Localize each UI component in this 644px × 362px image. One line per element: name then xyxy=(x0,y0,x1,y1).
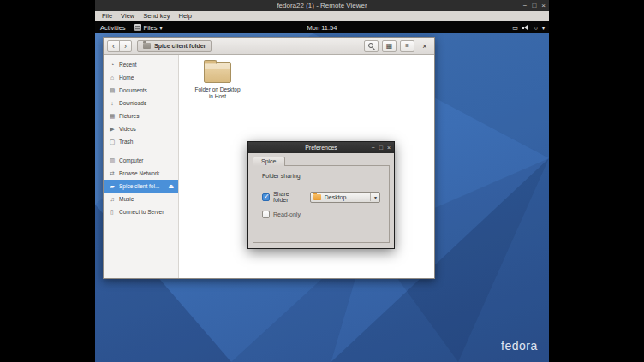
folder-sharing-heading: Folder sharing xyxy=(262,173,380,179)
folder-icon xyxy=(143,43,151,49)
sidebar-item-label: Videos xyxy=(119,126,136,132)
desktop-wallpaper: fedora ‹ › Spice client folder xyxy=(95,33,549,362)
folder-icon xyxy=(313,194,321,200)
display-icon[interactable]: ▭ xyxy=(512,25,518,31)
read-only-checkbox[interactable] xyxy=(262,211,270,218)
sidebar-item-label: Music xyxy=(119,196,134,202)
menu-help[interactable]: Help xyxy=(175,12,196,20)
app-menu-button[interactable]: Files ▾ xyxy=(134,24,163,32)
forward-button[interactable]: › xyxy=(119,40,132,52)
sidebar-item-label: Documents xyxy=(119,87,147,93)
sidebar-item-label: Trash xyxy=(119,139,133,145)
trash-icon: ▢ xyxy=(109,139,116,145)
sidebar-item-label: Spice client fol... xyxy=(119,183,159,189)
eject-icon[interactable]: ⏏ xyxy=(168,183,174,190)
files-sidebar: ◔Recent⌂Home▤Documents↓Downloads▦Picture… xyxy=(104,55,179,278)
remote-viewer-window: fedora22 (1) - Remote Viewer − □ × FileV… xyxy=(95,0,549,362)
back-button[interactable]: ‹ xyxy=(107,40,120,52)
share-folder-label: Share folder xyxy=(273,191,302,203)
menu-file[interactable]: File xyxy=(98,12,116,20)
folder-item[interactable]: Folder on Desktop in Host xyxy=(189,62,246,101)
minimize-button[interactable]: − xyxy=(523,3,528,9)
sidebar-item-computer[interactable]: ▥Computer xyxy=(104,154,178,167)
sidebar-item-label: Pictures xyxy=(119,113,139,119)
sidebar-item-music[interactable]: ♫Music xyxy=(104,193,178,205)
chevron-down-icon: ▾ xyxy=(374,194,377,200)
viewer-title: fedora22 (1) - Remote Viewer xyxy=(277,2,367,9)
preferences-dialog: Preferences − □ × Spice Folder sharing xyxy=(247,141,395,249)
shared-folder-select[interactable]: Desktop ▾ xyxy=(310,192,380,203)
close-button[interactable]: × xyxy=(387,145,391,151)
maximize-button[interactable]: □ xyxy=(379,145,383,151)
sidebar-separator xyxy=(104,151,178,151)
sidebar-item-label: Recent xyxy=(119,62,137,68)
sidebar-item-pictures[interactable]: ▦Pictures xyxy=(104,110,178,122)
music-icon: ♫ xyxy=(109,196,116,202)
computer-icon: ▥ xyxy=(109,157,116,164)
combo-divider xyxy=(370,193,371,201)
preferences-titlebar[interactable]: Preferences − □ × xyxy=(248,142,394,153)
videos-icon: ▶ xyxy=(109,126,116,133)
vm-screen: Activities Files ▾ Mon 11:54 ▭ ○ ▾ xyxy=(95,21,549,362)
files-app-icon xyxy=(134,24,141,31)
network-icon: ⇄ xyxy=(109,170,116,177)
sidebar-item-spice-client-fol[interactable]: ▰Spice client fol...⏏ xyxy=(104,180,178,193)
close-button[interactable]: × xyxy=(541,3,546,9)
files-headerbar[interactable]: ‹ › Spice client folder ▦ ≡ xyxy=(104,38,434,55)
grid-view-button[interactable]: ▦ xyxy=(382,40,397,52)
sidebar-item-videos[interactable]: ▶Videos xyxy=(104,122,178,135)
sidebar-item-label: Home xyxy=(119,74,134,80)
sidebar-item-trash[interactable]: ▢Trash xyxy=(104,135,178,148)
folder-item-label: Folder on Desktop in Host xyxy=(194,86,240,101)
documents-icon: ▤ xyxy=(109,87,116,94)
share-folder-checkbox[interactable] xyxy=(262,193,270,201)
chevron-down-icon: ▾ xyxy=(159,25,162,31)
system-menu-chevron-icon[interactable]: ▾ xyxy=(542,25,545,31)
minimize-button[interactable]: − xyxy=(372,145,375,151)
sidebar-item-label: Connect to Server xyxy=(119,209,164,215)
search-icon xyxy=(368,43,375,50)
sidebar-item-documents[interactable]: ▤Documents xyxy=(104,84,178,97)
app-menu-label: Files xyxy=(144,24,158,32)
sidebar-item-home[interactable]: ⌂Home xyxy=(104,71,178,84)
sidebar-item-label: Computer xyxy=(119,157,144,163)
sidebar-item-label: Downloads xyxy=(119,100,146,106)
clock[interactable]: Mon 11:54 xyxy=(307,24,337,32)
preferences-title: Preferences xyxy=(305,145,337,151)
menu-button[interactable]: ≡ xyxy=(400,40,414,52)
sidebar-item-downloads[interactable]: ↓Downloads xyxy=(104,97,178,110)
home-icon: ⌂ xyxy=(109,74,116,80)
read-only-label: Read-only xyxy=(273,211,301,217)
folder-icon xyxy=(204,62,231,83)
maximize-button[interactable]: □ xyxy=(532,3,536,9)
search-button[interactable] xyxy=(364,40,379,52)
pictures-icon: ▦ xyxy=(109,113,116,120)
sidebar-item-connect-to-server[interactable]: ▯Connect to Server xyxy=(104,205,178,218)
volume-icon[interactable] xyxy=(522,24,530,32)
server-icon: ▯ xyxy=(109,209,116,216)
path-label: Spice client folder xyxy=(154,43,206,49)
shared-folder-value: Desktop xyxy=(325,194,347,200)
menu-view[interactable]: View xyxy=(116,12,139,20)
downloads-icon: ↓ xyxy=(109,100,116,106)
window-close-button[interactable]: × xyxy=(419,40,431,52)
recent-icon: ◔ xyxy=(109,62,116,68)
activities-button[interactable]: Activities xyxy=(100,24,126,32)
screen-background: fedora22 (1) - Remote Viewer − □ × FileV… xyxy=(0,0,644,362)
tab-spice[interactable]: Spice xyxy=(253,157,285,166)
gnome-topbar: Activities Files ▾ Mon 11:54 ▭ ○ ▾ xyxy=(95,21,549,33)
path-button[interactable]: Spice client folder xyxy=(137,40,212,52)
spice-tab-page: Folder sharing Share folder Desktop ▾ xyxy=(253,165,390,243)
sidebar-item-label: Browse Network xyxy=(119,170,159,176)
sidebar-item-browse-network[interactable]: ⇄Browse Network xyxy=(104,167,178,180)
fedora-logo: fedora xyxy=(501,339,538,353)
folder-icon: ▰ xyxy=(109,183,116,190)
sidebar-item-recent[interactable]: ◔Recent xyxy=(104,58,178,71)
viewer-menubar: FileViewSend keyHelp xyxy=(95,11,549,21)
viewer-titlebar[interactable]: fedora22 (1) - Remote Viewer − □ × xyxy=(95,0,549,11)
menu-send-key[interactable]: Send key xyxy=(139,12,174,20)
power-icon[interactable]: ○ xyxy=(534,25,538,31)
